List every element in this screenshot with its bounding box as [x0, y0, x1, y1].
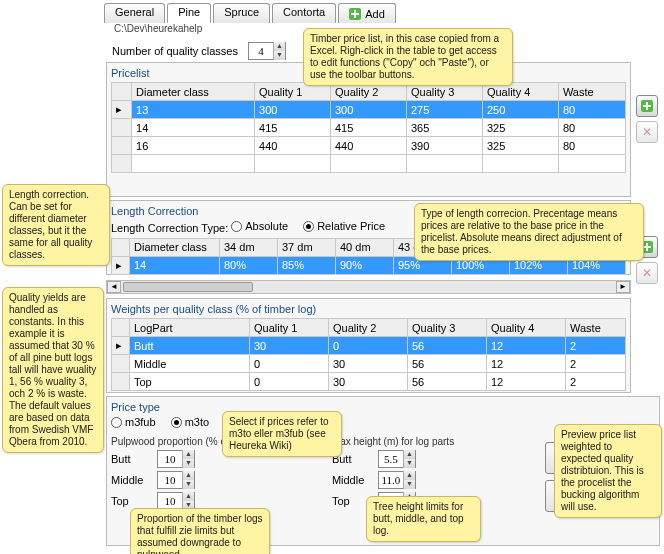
scroll-thumb[interactable] [123, 282, 253, 292]
callout-treeheight: Tree height limits for butt, middle, and… [366, 496, 481, 542]
weights-table[interactable]: LogPart Quality 1 Quality 2 Quality 3 Qu… [111, 318, 626, 391]
maxh-title: Max height (m) for log parts [332, 436, 454, 447]
callout-pricelist: Timber price list, in this case copied f… [303, 28, 513, 86]
radio-m3fub[interactable]: m3fub [111, 416, 156, 428]
callout-lengthcorr-right: Type of length correcion. Precentage mea… [414, 203, 644, 261]
num-classes-label: Number of quality classes [112, 45, 238, 57]
file-path: C:\Dev\heurekahelp [114, 23, 202, 34]
callout-lengthcorr-left: Length correction. Can be set for differ… [2, 184, 110, 266]
plus-icon [349, 8, 361, 20]
lengthcorr-delete-button[interactable] [636, 262, 658, 284]
tab-spruce[interactable]: Spruce [213, 3, 270, 23]
pricetype-title: Price type [111, 401, 655, 413]
maxh-butt-spinner[interactable]: ▲▼ [378, 450, 416, 468]
table-row[interactable]: ▸ 1330030027525080 [112, 101, 626, 119]
tab-general[interactable]: General [104, 3, 165, 23]
scroll-right-icon[interactable]: ► [616, 281, 630, 293]
pricelist-add-button[interactable] [636, 95, 658, 117]
maxh-middle-spinner[interactable]: ▲▼ [378, 471, 416, 489]
col-diameter[interactable]: Diameter class [132, 83, 255, 101]
pulp-top-spinner[interactable]: ▲▼ [157, 492, 195, 510]
callout-pulpwood: Proportion of the timber logs that fulfi… [130, 508, 270, 554]
tab-contorta[interactable]: Contorta [272, 3, 336, 23]
radio-relative[interactable]: Relative Price [303, 220, 385, 232]
num-classes-input[interactable] [249, 44, 273, 58]
pricelist-delete-button[interactable] [636, 121, 658, 143]
plus-icon [641, 100, 653, 112]
horizontal-scrollbar[interactable]: ◄ ► [106, 280, 631, 294]
pulp-butt-label: Butt [111, 453, 151, 465]
lengthcorr-type-label: Length Correction Type: [111, 222, 228, 234]
pulp-butt-spinner[interactable]: ▲▼ [157, 450, 195, 468]
radio-m3to[interactable]: m3to [171, 416, 209, 428]
table-row[interactable]: Top03056122 [112, 373, 626, 391]
pulp-top-label: Top [111, 495, 151, 507]
table-row[interactable]: ▸Butt30056122 [112, 337, 626, 355]
callout-preview: Preview price list weighted to expected … [554, 424, 662, 518]
spin-up-icon[interactable]: ▲ [273, 42, 285, 51]
delete-icon [642, 266, 652, 280]
pulp-middle-spinner[interactable]: ▲▼ [157, 471, 195, 489]
table-row[interactable] [112, 155, 626, 173]
tab-pine[interactable]: Pine [167, 3, 211, 23]
col-waste[interactable]: Waste [558, 83, 625, 101]
num-classes-spinner[interactable]: ▲▼ [248, 42, 286, 60]
weights-title: Weights per quality class (% of timber l… [111, 303, 626, 315]
pulp-middle-label: Middle [111, 474, 151, 486]
callout-pricetype: Select if prices refer to m3to eller m3f… [222, 411, 342, 457]
table-row[interactable]: 1644044039032580 [112, 137, 626, 155]
scroll-left-icon[interactable]: ◄ [107, 281, 121, 293]
maxh-middle-label: Middle [332, 474, 372, 486]
table-row[interactable]: Middle03056122 [112, 355, 626, 373]
tab-add[interactable]: Add [338, 3, 396, 23]
pricelist-table[interactable]: Diameter class Quality 1 Quality 2 Quali… [111, 82, 626, 173]
delete-icon [642, 125, 652, 139]
callout-quality: Quality yields are handled as constants.… [2, 287, 104, 453]
table-row[interactable]: 1441541536532580 [112, 119, 626, 137]
tab-add-label: Add [365, 8, 385, 20]
radio-absolute[interactable]: Absolute [231, 220, 288, 232]
spin-down-icon[interactable]: ▼ [273, 51, 285, 60]
